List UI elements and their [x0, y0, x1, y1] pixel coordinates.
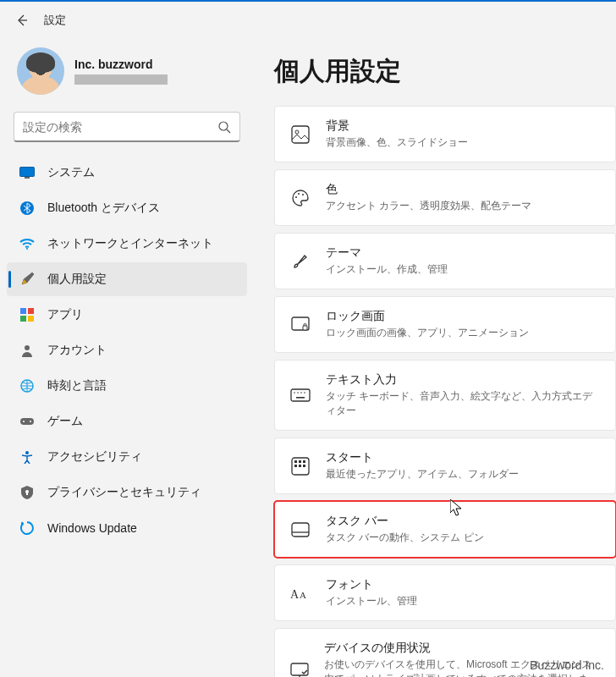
brush-icon	[290, 251, 311, 272]
personalize-icon	[19, 271, 36, 288]
avatar	[17, 47, 64, 95]
svg-point-14	[25, 451, 29, 454]
app-title: 設定	[44, 13, 66, 28]
card-sub: 最近使ったアプリ、アイテム、フォルダー	[326, 467, 519, 482]
card-sub: インストール、作成、管理	[326, 262, 448, 277]
svg-point-12	[23, 421, 25, 422]
card-title: ロック画面	[326, 309, 529, 324]
svg-text:A: A	[290, 588, 300, 601]
svg-point-4	[26, 248, 28, 250]
card-taskbar[interactable]: タスク バータスク バーの動作、システム ピン	[274, 501, 616, 558]
system-icon	[19, 164, 36, 181]
device-usage-icon	[290, 661, 309, 678]
svg-rect-6	[28, 308, 34, 314]
svg-rect-2	[25, 177, 30, 179]
apps-icon	[19, 306, 36, 323]
card-fonts[interactable]: AA フォントインストール、管理	[274, 564, 616, 621]
svg-rect-41	[291, 663, 308, 675]
svg-rect-34	[294, 465, 297, 467]
user-name: Inc. buzzword	[74, 58, 168, 71]
sidebar-item-label: 個人用設定	[47, 272, 107, 287]
user-card[interactable]: Inc. buzzword	[7, 41, 247, 102]
card-title: 背景	[326, 118, 468, 134]
svg-point-18	[295, 130, 299, 134]
svg-point-26	[297, 392, 299, 394]
svg-rect-23	[303, 326, 307, 330]
svg-rect-24	[291, 389, 310, 401]
svg-text:A: A	[300, 590, 306, 600]
gaming-icon	[19, 413, 36, 430]
card-sub: 背景画像、色、スライドショー	[326, 135, 468, 150]
search-icon	[217, 120, 231, 134]
sidebar-item-label: Windows Update	[47, 521, 137, 535]
svg-point-19	[295, 196, 297, 198]
search-input[interactable]	[23, 120, 217, 134]
sidebar-item-bluetooth[interactable]: Bluetooth とデバイス	[7, 191, 247, 225]
sidebar-item-label: システム	[47, 165, 95, 180]
card-colors[interactable]: 色アクセント カラー、透明度効果、配色テーマ	[274, 169, 616, 226]
sidebar-item-label: アクセシビリティ	[47, 449, 142, 465]
card-lock-screen[interactable]: ロック画面ロック画面の画像、アプリ、アニメーション	[274, 296, 616, 353]
picture-icon	[290, 124, 311, 145]
sidebar-item-system[interactable]: システム	[7, 156, 247, 190]
sidebar-item-label: ゲーム	[47, 414, 83, 429]
lock-icon	[290, 315, 311, 335]
svg-point-27	[300, 392, 302, 394]
sidebar-item-gaming[interactable]: ゲーム	[7, 405, 247, 438]
sidebar-item-label: ネットワークとインターネット	[47, 236, 213, 251]
svg-rect-1	[20, 168, 35, 177]
search-box[interactable]	[14, 112, 240, 142]
card-sub: タスク バーの動作、システム ピン	[326, 531, 484, 545]
card-start[interactable]: スタート最近使ったアプリ、アイテム、フォルダー	[274, 438, 616, 494]
card-title: フォント	[326, 577, 417, 592]
sidebar-item-network[interactable]: ネットワークとインターネット	[7, 227, 247, 261]
svg-point-25	[294, 392, 295, 394]
card-text-input[interactable]: テキスト入力タッチ キーボード、音声入力、絵文字など、入力方式エディター	[274, 360, 616, 431]
sidebar-item-update[interactable]: Windows Update	[7, 511, 247, 545]
card-title: デバイスの使用状況	[324, 641, 600, 656]
svg-rect-31	[294, 460, 297, 463]
font-icon: AA	[290, 583, 311, 603]
svg-rect-16	[26, 493, 28, 495]
card-themes[interactable]: テーマインストール、作成、管理	[274, 233, 616, 289]
svg-rect-5	[20, 308, 26, 314]
sidebar-nav: システム Bluetooth とデバイス ネットワークとインターネット 個人用設…	[7, 156, 247, 545]
svg-rect-7	[20, 316, 26, 322]
card-sub: タッチ キーボード、音声入力、絵文字など、入力方式エディター	[326, 389, 600, 418]
sidebar: Inc. buzzword システム Bluetooth とデバイス ネットワー…	[0, 41, 254, 677]
svg-point-13	[30, 421, 31, 422]
sidebar-item-label: アプリ	[47, 307, 83, 322]
sidebar-item-accounts[interactable]: アカウント	[7, 333, 247, 367]
svg-rect-8	[28, 316, 34, 322]
svg-rect-33	[303, 460, 305, 463]
palette-icon	[290, 188, 311, 208]
main-content: 個人用設定 背景背景画像、色、スライドショー 色アクセント カラー、透明度効果、…	[254, 41, 616, 677]
svg-rect-35	[299, 465, 301, 467]
svg-rect-36	[303, 465, 305, 467]
back-button[interactable]	[14, 12, 30, 29]
accessibility-icon	[19, 449, 36, 465]
sidebar-item-time-language[interactable]: 時刻と言語	[7, 369, 247, 403]
card-title: タスク バー	[326, 514, 484, 529]
footer-brand: Buzzword Inc.	[530, 658, 604, 672]
card-title: スタート	[326, 450, 519, 465]
svg-rect-11	[20, 418, 34, 425]
svg-point-9	[25, 345, 30, 350]
update-icon	[19, 520, 36, 537]
account-icon	[19, 342, 36, 359]
keyboard-icon	[290, 385, 311, 405]
sidebar-item-label: Bluetooth とデバイス	[47, 201, 160, 216]
time-language-icon	[19, 377, 36, 394]
svg-point-0	[219, 122, 228, 130]
bluetooth-icon	[19, 200, 36, 217]
card-background[interactable]: 背景背景画像、色、スライドショー	[274, 106, 616, 162]
user-email-hidden	[74, 74, 168, 85]
sidebar-item-privacy[interactable]: プライバシーとセキュリティ	[7, 476, 247, 509]
card-sub: インストール、管理	[326, 594, 417, 608]
sidebar-item-personalization[interactable]: 個人用設定	[7, 262, 247, 296]
sidebar-item-accessibility[interactable]: アクセシビリティ	[7, 440, 247, 474]
sidebar-item-apps[interactable]: アプリ	[7, 298, 247, 332]
svg-rect-29	[296, 397, 305, 399]
sidebar-item-label: 時刻と言語	[47, 378, 107, 394]
taskbar-icon	[290, 520, 311, 540]
